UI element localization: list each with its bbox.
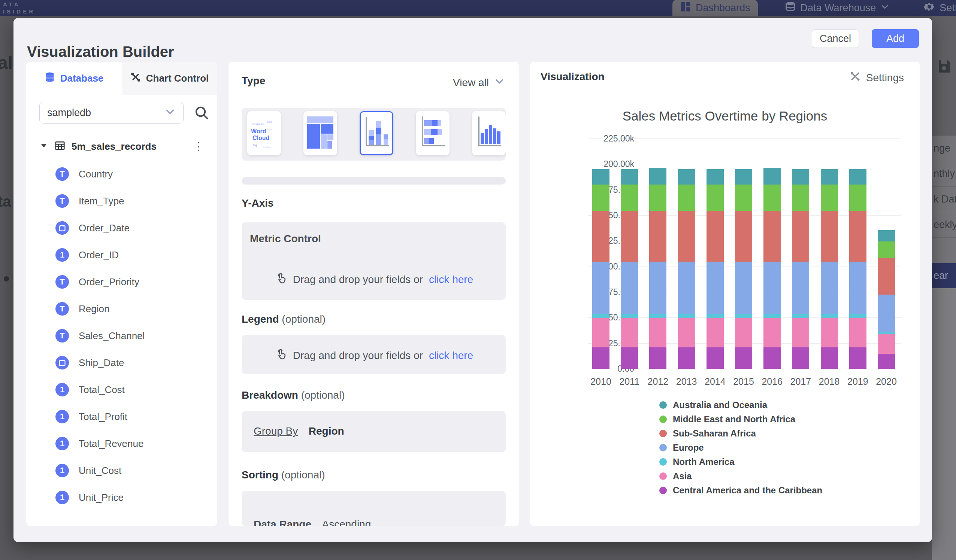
number-field-icon: 1 (55, 383, 69, 397)
text-field-icon: T (55, 194, 69, 208)
legend-item[interactable]: Middle East and North Africa (659, 412, 822, 427)
bar-segment (592, 314, 610, 318)
sidebar-tabs: Database Chart Control (26, 62, 217, 95)
stacked-bar-2017 (792, 169, 809, 369)
field-item-unit_cost[interactable]: 1Unit_Cost (55, 458, 121, 483)
legend-item[interactable]: Central America and the Caribbean (659, 483, 822, 497)
text-field-icon: T (55, 329, 69, 342)
field-label: Total_Cost (79, 384, 125, 396)
search-icon[interactable] (194, 105, 209, 122)
background-menu-item: nge (932, 135, 956, 161)
chart-type-stacked-bar[interactable] (416, 111, 450, 155)
legend-item[interactable]: Europe (659, 441, 822, 455)
field-item-country[interactable]: TCountry (55, 162, 113, 186)
stacked-bar-2019 (849, 169, 866, 369)
metric-dropzone[interactable]: Drag and drop your fields or click here (242, 272, 506, 287)
bar-segment (821, 169, 838, 185)
legend-item[interactable]: Australia and Oceania (659, 398, 822, 412)
top-navbar: ATA ISIDER DashboardsData WarehouseSetti… (0, 0, 956, 16)
table-icon (54, 140, 66, 153)
bar-segment (678, 169, 695, 185)
bar-segment (678, 185, 695, 211)
field-item-item_type[interactable]: TItem_Type (55, 189, 124, 213)
bar-segment (735, 262, 752, 314)
field-item-total_cost[interactable]: 1Total_Cost (55, 378, 125, 402)
chart-type-word-cloud[interactable]: businessdata Wordkey Cloud taginsight (247, 111, 281, 155)
stacked-bar-2015 (735, 169, 752, 369)
field-item-unit_price[interactable]: 1Unit_Price (55, 486, 124, 510)
legend-label: Europe (673, 442, 704, 453)
legend-item[interactable]: Sub-Saharan Africa (659, 427, 822, 441)
bar-segment (592, 211, 610, 262)
number-field-icon: 1 (55, 248, 69, 262)
bar-segment (878, 354, 895, 369)
chevron-down-icon (494, 76, 505, 89)
treemap-icon (307, 115, 333, 152)
tap-icon (274, 272, 287, 287)
legend-item[interactable]: North America (659, 455, 822, 469)
sorting-field-button[interactable]: Data Range (254, 518, 311, 526)
field-item-region[interactable]: TRegion (55, 297, 109, 321)
kebab-menu-icon[interactable]: ⋮ (193, 144, 204, 148)
group-by-row: Group By Region (254, 425, 344, 437)
add-button[interactable]: Add (872, 29, 919, 48)
x-axis-tick: 2019 (843, 376, 873, 387)
field-label: Ship_Date (79, 357, 124, 369)
gridline (588, 164, 901, 164)
chart-type-column[interactable] (472, 111, 506, 155)
chart-type-stacked-column[interactable] (360, 111, 393, 155)
bar-segment (678, 262, 695, 314)
x-axis-tick: 2014 (700, 376, 730, 387)
field-item-order_priority[interactable]: TOrder_Priority (55, 270, 139, 294)
settings-button[interactable]: Settings (850, 71, 904, 85)
settings-tools-icon (850, 71, 861, 85)
bar-segment (678, 318, 695, 347)
svg-text:key: key (267, 128, 272, 131)
bar-segment (763, 318, 781, 347)
legend-dropzone[interactable]: Drag and drop your fields or click here (242, 348, 506, 363)
bar-segment (649, 168, 667, 185)
field-item-order_date[interactable]: Order_Date (55, 216, 130, 240)
chart-type-treemap[interactable] (303, 111, 337, 155)
gridline (588, 138, 901, 139)
field-label: Item_Type (79, 195, 124, 207)
bar-segment (735, 318, 752, 347)
stacked-bar-2013 (678, 169, 695, 369)
legend-label: Central America and the Caribbean (673, 485, 822, 496)
breakdown-card: Group By Region (242, 411, 506, 452)
type-section-title: Type (242, 75, 265, 87)
background-text-fragment: al (0, 52, 13, 73)
bar-segment (706, 211, 724, 262)
legend-item[interactable]: Asia (659, 469, 822, 483)
field-item-total_profit[interactable]: 1Total_Profit (55, 405, 127, 428)
bar-segment (621, 262, 638, 314)
bar-segment (678, 314, 695, 318)
x-axis-tick: 2010 (586, 376, 616, 387)
cancel-button[interactable]: Cancel (812, 29, 859, 48)
group-by-button[interactable]: Group By (254, 425, 298, 437)
tab-database[interactable]: Database (26, 62, 122, 95)
sorting-direction-value: Ascending (322, 518, 371, 526)
stacked-column-icon (363, 115, 390, 152)
database-select[interactable]: sampledb (39, 102, 184, 124)
field-item-order_id[interactable]: 1Order_ID (55, 243, 119, 267)
bar-segment (678, 347, 695, 369)
field-item-sales_channel[interactable]: TSales_Channel (55, 324, 145, 348)
caret-down-icon[interactable] (39, 141, 48, 152)
bar-segment (763, 314, 781, 318)
legend-click-here-link[interactable]: click here (429, 350, 473, 362)
save-icon (937, 59, 951, 75)
bar-segment (792, 169, 809, 185)
field-item-total_revenue[interactable]: 1Total_Revenue (55, 431, 143, 456)
chart-type-carousel: businessdata Wordkey Cloud taginsight (242, 108, 506, 161)
nav-item-data-warehouse: Data Warehouse (777, 0, 897, 16)
metric-click-here-link[interactable]: click here (429, 274, 473, 285)
field-label: Order_Priority (79, 276, 139, 288)
field-item-ship_date[interactable]: Ship_Date (55, 351, 124, 375)
view-all-button[interactable]: View all (453, 76, 505, 89)
tab-chart-control[interactable]: Chart Control (122, 62, 217, 95)
field-label: Country (79, 168, 113, 180)
table-row[interactable]: 5m_sales_records ⋮ (39, 138, 204, 155)
carousel-scrollbar[interactable] (242, 177, 506, 185)
bar-segment (621, 318, 638, 347)
